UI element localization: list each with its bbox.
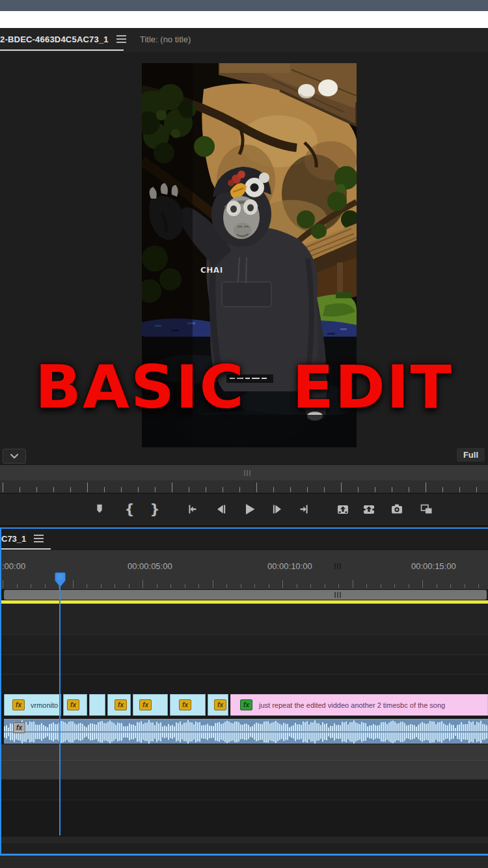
mark-in-button[interactable]: { <box>121 499 138 519</box>
add-marker-button[interactable] <box>91 499 108 519</box>
program-monitor-tab-label: 2-BDEC-4663D4C5AC73_1 <box>0 35 109 44</box>
video-clip[interactable]: fx <box>107 694 131 716</box>
program-monitor-tabbar: 2-BDEC-4663D4C5AC73_1 Title: (no title) <box>0 28 488 53</box>
fx-badge[interactable]: fx <box>67 699 79 710</box>
timeline-ruler-ticks <box>0 580 488 589</box>
play-icon <box>241 501 257 517</box>
step-back-icon <box>214 502 228 516</box>
go-to-out-button[interactable] <box>296 499 313 519</box>
fx-badge[interactable]: fx <box>179 699 191 710</box>
timeline-ruler[interactable]: :00:00 00:00:05:00 00:00:10:00 00:00:15:… <box>0 550 488 589</box>
timeline-tabbar: C73_1 <box>0 529 488 550</box>
program-monitor-controls: Full <box>0 447 488 464</box>
timeline-bottom-strip <box>0 843 488 854</box>
mark-in-icon: { <box>125 501 135 517</box>
video-track-v3[interactable] <box>0 604 488 634</box>
pm-ruler-scroll-band[interactable] <box>0 465 488 481</box>
playhead-marker[interactable] <box>55 572 66 587</box>
timeline-focus-border-left <box>0 527 1 856</box>
step-forward-button[interactable] <box>269 499 286 519</box>
step-back-button[interactable] <box>213 499 230 519</box>
video-track-row[interactable] <box>0 675 488 694</box>
scrollbar-thumb[interactable] <box>4 590 487 600</box>
timecode-label: 00:00:10:00 <box>267 561 312 571</box>
pm-ruler-ticks <box>0 481 488 494</box>
player-name-tag: CHAI <box>200 266 223 275</box>
scrollbar-thumb-grip-icon <box>334 592 342 598</box>
timeline-zoom-scrollbar[interactable] <box>0 589 488 600</box>
audio-track-row[interactable] <box>0 800 488 837</box>
audio-waveform <box>4 720 488 744</box>
step-forward-icon <box>270 502 284 516</box>
camera-icon <box>389 501 405 517</box>
fx-badge[interactable]: fx <box>13 722 25 733</box>
audio-track-a2[interactable] <box>0 744 488 760</box>
title-status-label: Title: (no title) <box>140 28 191 50</box>
timecode-label: 00:00:15:00 <box>411 561 456 571</box>
top-white-strip <box>0 11 488 29</box>
program-monitor-body: CHAI BASIC EDIT <box>0 52 488 447</box>
fx-badge[interactable]: fx <box>139 699 152 710</box>
mark-out-icon: } <box>150 501 160 517</box>
video-clip[interactable]: fx <box>208 694 228 716</box>
extract-button[interactable] <box>360 499 377 519</box>
graphics-clip[interactable]: fx just repeat the edited viddeo another… <box>230 694 488 716</box>
comparison-view-icon <box>418 501 434 517</box>
scrollbar-grip-icon[interactable] <box>244 470 251 476</box>
program-monitor-tab[interactable]: 2-BDEC-4663D4C5AC73_1 <box>0 28 126 50</box>
thumbnail-overlay-title: BASIC EDIT <box>0 359 488 415</box>
video-clip[interactable]: fx <box>63 694 87 716</box>
add-marker-icon <box>92 502 107 516</box>
timeline-hscroll-track[interactable] <box>0 837 488 843</box>
fx-badge[interactable]: fx <box>115 699 127 710</box>
go-to-in-icon <box>185 502 199 516</box>
go-to-in-button[interactable] <box>183 499 200 519</box>
comparison-view-button[interactable] <box>418 499 435 519</box>
transport-buttons: { } <box>85 499 435 519</box>
premiere-pro-window: 2-BDEC-4663D4C5AC73_1 Title: (no title) <box>0 0 488 868</box>
lift-button[interactable] <box>334 499 351 519</box>
video-clip[interactable]: fx vrmonito <box>4 694 61 716</box>
timeline-tab-label: C73_1 <box>1 534 26 544</box>
video-clip[interactable]: fx <box>170 694 206 716</box>
timecode-label: :00:00 <box>2 561 25 571</box>
fx-badge[interactable]: fx <box>214 699 226 710</box>
fx-badge[interactable]: fx <box>12 699 25 710</box>
program-monitor-ruler[interactable] <box>0 464 488 494</box>
clip-label: vrmonito <box>31 701 58 709</box>
play-button[interactable] <box>241 499 258 519</box>
playback-resolution-button[interactable]: Full <box>457 448 485 462</box>
audio-track-row[interactable] <box>0 780 488 800</box>
timecode-label: 00:00:05:00 <box>128 561 172 571</box>
extract-icon <box>361 501 377 517</box>
lift-icon <box>335 501 351 517</box>
status-bar <box>0 0 488 11</box>
fx-badge[interactable]: fx <box>240 699 252 710</box>
go-to-out-icon <box>297 502 312 516</box>
panel-menu-icon[interactable] <box>116 33 126 45</box>
mark-out-button[interactable]: } <box>146 499 163 519</box>
timeline-active-tab-underline <box>0 548 51 550</box>
graphics-clip-label: just repeat the edited viddeo another 2 … <box>259 701 445 709</box>
export-frame-button[interactable] <box>388 499 405 519</box>
transport-bar: { } <box>0 493 488 526</box>
timeline-menu-icon[interactable] <box>34 533 44 544</box>
video-track-v1[interactable]: fx vrmonito fx fx fx fx fx fx just repea… <box>0 694 488 716</box>
playhead-line[interactable] <box>59 585 61 835</box>
audio-clip[interactable]: fx <box>4 719 488 744</box>
timeline-tab[interactable]: C73_1 <box>1 529 44 548</box>
video-clip[interactable]: fx <box>133 694 168 716</box>
bottom-area <box>0 856 488 868</box>
video-track-v2[interactable] <box>0 635 488 654</box>
video-track-row[interactable] <box>0 655 488 674</box>
settings-dropdown-button[interactable] <box>3 449 26 464</box>
video-clip[interactable] <box>89 694 105 716</box>
chevron-down-icon <box>10 453 19 459</box>
timeline-tracks: fx vrmonito fx fx fx fx fx fx just repea… <box>0 604 488 837</box>
ruler-grip-icon[interactable] <box>334 563 342 569</box>
audio-track-a3[interactable] <box>0 761 488 779</box>
active-tab-underline <box>0 49 124 51</box>
